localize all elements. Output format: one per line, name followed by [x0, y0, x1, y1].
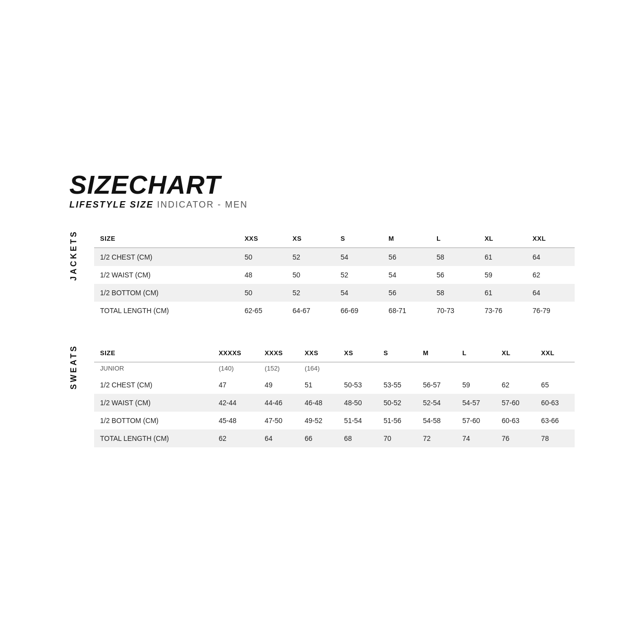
cell: 58 — [430, 248, 479, 266]
cell: 52 — [334, 266, 382, 284]
cell: 54-58 — [417, 412, 457, 429]
cell: 53-55 — [377, 376, 417, 394]
cell: 62 — [527, 266, 575, 284]
cell: 61 — [479, 248, 527, 266]
cell: 54 — [334, 284, 382, 302]
jackets-col-s: S — [334, 230, 382, 248]
cell: 70-73 — [430, 302, 479, 320]
cell: 66 — [299, 429, 338, 447]
row-label: 1/2 BOTTOM (CM) — [94, 412, 213, 429]
junior-size — [535, 362, 575, 376]
jackets-col-xxs: XXS — [239, 230, 287, 248]
cell: 48 — [239, 266, 287, 284]
cell: 73-76 — [479, 302, 527, 320]
cell: 50 — [287, 266, 335, 284]
table-row: 1/2 BOTTOM (CM) 45-48 47-50 49-52 51-54 … — [94, 412, 575, 429]
table-row: 1/2 BOTTOM (CM) 50 52 54 56 58 61 64 — [94, 284, 575, 302]
cell: 62 — [213, 429, 259, 447]
cell: 64-67 — [287, 302, 335, 320]
jackets-section: JACKETS SIZE XXS XS S M L XL XXL — [69, 230, 575, 320]
junior-size — [496, 362, 536, 376]
cell: 64 — [259, 429, 299, 447]
cell: 51-54 — [338, 412, 378, 429]
jackets-header-row: SIZE XXS XS S M L XL XXL — [94, 230, 575, 248]
row-label: 1/2 WAIST (CM) — [94, 394, 213, 412]
sweats-table-wrapper: SIZE XXXXS XXXS XXS XS S M L XL XXL JUNI — [94, 344, 575, 447]
main-title: SIZECHART — [69, 172, 575, 198]
junior-size — [338, 362, 378, 376]
cell: 68 — [338, 429, 378, 447]
cell: 48-50 — [338, 394, 378, 412]
cell: 59 — [456, 376, 496, 394]
row-label: 1/2 WAIST (CM) — [94, 266, 239, 284]
table-row: 1/2 WAIST (CM) 48 50 52 54 56 59 62 — [94, 266, 575, 284]
sweats-col-xxl: XXL — [535, 344, 575, 362]
cell: 47-50 — [259, 412, 299, 429]
sweats-col-m: M — [417, 344, 457, 362]
cell: 59 — [479, 266, 527, 284]
table-row: TOTAL LENGTH (CM) 62 64 66 68 70 72 74 7… — [94, 429, 575, 447]
cell: 66-69 — [334, 302, 382, 320]
page-container: SIZECHART LIFESTYLE SIZE INDICATOR - MEN… — [50, 142, 594, 502]
junior-label: JUNIOR — [94, 362, 213, 376]
cell: 74 — [456, 429, 496, 447]
cell: 78 — [535, 429, 575, 447]
sweats-col-xxxxs: XXXXS — [213, 344, 259, 362]
sweats-section: SWEATS SIZE XXXXS XXXS XXS XS S M L XL X… — [69, 344, 575, 447]
cell: 60-63 — [496, 412, 536, 429]
cell: 51 — [299, 376, 338, 394]
sweats-junior-row: JUNIOR (140) (152) (164) — [94, 362, 575, 376]
cell: 56 — [430, 266, 479, 284]
junior-size: (140) — [213, 362, 259, 376]
cell: 49 — [259, 376, 299, 394]
jackets-label: JACKETS — [69, 230, 84, 286]
row-label: 1/2 BOTTOM (CM) — [94, 284, 239, 302]
cell: 56-57 — [417, 376, 457, 394]
cell: 72 — [417, 429, 457, 447]
jackets-col-xs: XS — [287, 230, 335, 248]
cell: 65 — [535, 376, 575, 394]
jackets-col-size: SIZE — [94, 230, 239, 248]
sweats-col-xxs: XXS — [299, 344, 338, 362]
cell: 56 — [382, 248, 430, 266]
sweats-label: SWEATS — [69, 344, 84, 394]
cell: 60-63 — [535, 394, 575, 412]
cell: 76-79 — [527, 302, 575, 320]
cell: 54 — [382, 266, 430, 284]
cell: 68-71 — [382, 302, 430, 320]
row-label: 1/2 CHEST (CM) — [94, 376, 213, 394]
sweats-header-row: SIZE XXXXS XXXS XXS XS S M L XL XXL — [94, 344, 575, 362]
sweats-table: SIZE XXXXS XXXS XXS XS S M L XL XXL JUNI — [94, 344, 575, 447]
cell: 52 — [287, 284, 335, 302]
subtitle: LIFESTYLE SIZE INDICATOR - MEN — [69, 200, 575, 210]
sweats-col-xl: XL — [496, 344, 536, 362]
cell: 50 — [239, 248, 287, 266]
cell: 54-57 — [456, 394, 496, 412]
sweats-col-size: SIZE — [94, 344, 213, 362]
table-row: 1/2 CHEST (CM) 47 49 51 50-53 53-55 56-5… — [94, 376, 575, 394]
junior-size — [377, 362, 417, 376]
subtitle-light: INDICATOR - MEN — [157, 200, 248, 210]
jackets-col-l: L — [430, 230, 479, 248]
cell: 45-48 — [213, 412, 259, 429]
sweats-col-l: L — [456, 344, 496, 362]
cell: 57-60 — [496, 394, 536, 412]
cell: 63-66 — [535, 412, 575, 429]
cell: 52 — [287, 248, 335, 266]
row-label: TOTAL LENGTH (CM) — [94, 429, 213, 447]
junior-size: (152) — [259, 362, 299, 376]
cell: 52-54 — [417, 394, 457, 412]
cell: 57-60 — [456, 412, 496, 429]
cell: 64 — [527, 284, 575, 302]
table-row: 1/2 CHEST (CM) 50 52 54 56 58 61 64 — [94, 248, 575, 266]
cell: 56 — [382, 284, 430, 302]
cell: 62-65 — [239, 302, 287, 320]
cell: 50-52 — [377, 394, 417, 412]
cell: 51-56 — [377, 412, 417, 429]
sweats-col-s: S — [377, 344, 417, 362]
cell: 61 — [479, 284, 527, 302]
cell: 47 — [213, 376, 259, 394]
cell: 50-53 — [338, 376, 378, 394]
cell: 54 — [334, 248, 382, 266]
cell: 44-46 — [259, 394, 299, 412]
